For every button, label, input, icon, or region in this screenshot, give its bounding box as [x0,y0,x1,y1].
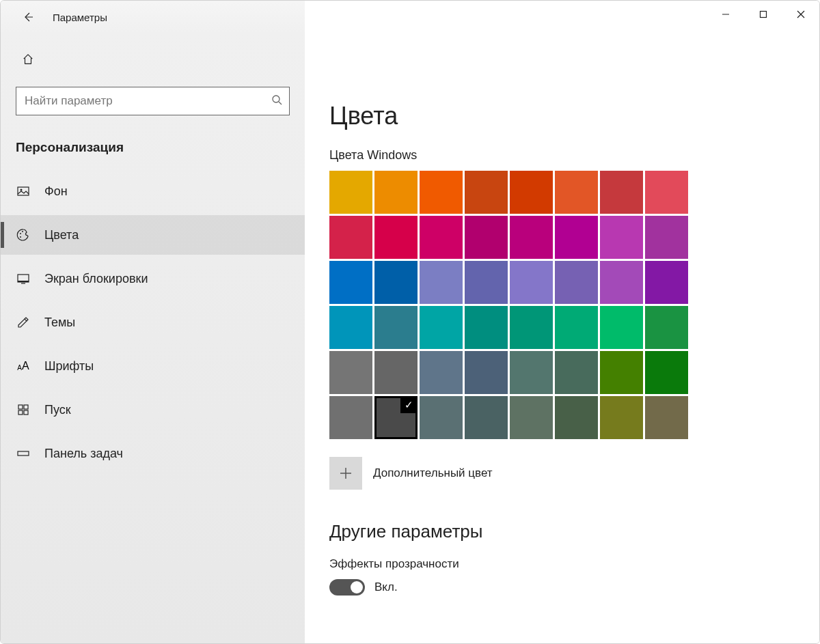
color-swatch[interactable] [645,351,688,394]
custom-color-button[interactable]: Дополнительный цвет [329,457,819,490]
color-swatch[interactable] [465,351,508,394]
color-swatch[interactable] [329,171,372,214]
check-icon: ✓ [405,400,413,410]
color-swatch[interactable] [645,216,688,259]
page-title: Цвета [329,102,819,130]
svg-rect-12 [18,281,29,282]
color-swatch[interactable] [465,216,508,259]
color-swatch[interactable] [645,396,688,439]
color-swatch[interactable] [510,306,553,349]
color-swatch[interactable] [374,261,418,304]
color-swatch[interactable] [374,351,418,394]
start-icon [16,402,31,417]
color-swatch[interactable] [420,351,463,394]
titlebar: Параметры [1,1,819,33]
color-swatch[interactable] [329,351,372,394]
color-swatch[interactable] [600,216,643,259]
svg-point-9 [22,231,23,232]
color-grid: ✓ [329,171,688,439]
home-button[interactable] [16,47,40,72]
color-swatch[interactable] [555,216,598,259]
sidebar-item-label: Фон [44,184,68,199]
color-swatch[interactable] [510,171,553,214]
window-title: Параметры [53,12,107,23]
color-swatch[interactable] [600,351,643,394]
taskbar-icon [16,446,31,461]
sidebar-item-taskbar[interactable]: Панель задач [1,434,305,473]
color-swatch[interactable] [600,171,643,214]
color-swatch[interactable] [555,306,598,349]
color-swatch[interactable] [465,171,508,214]
sidebar-item-label: Темы [44,316,75,330]
image-icon [16,184,31,199]
color-swatch[interactable] [510,351,553,394]
svg-point-8 [20,233,21,234]
maximize-button[interactable] [744,1,782,28]
svg-rect-16 [18,410,23,415]
custom-color-label: Дополнительный цвет [373,466,493,480]
windows-colors-label: Цвета Windows [329,148,819,163]
sidebar-item-image[interactable]: Фон [1,171,305,211]
sidebar: Персонализация ФонЦветаЭкран блокировкиТ… [1,33,305,643]
search-box[interactable] [16,87,290,115]
color-swatch[interactable] [374,306,418,349]
sidebar-item-lock-screen[interactable]: Экран блокировки [1,259,305,298]
color-swatch[interactable] [329,261,372,304]
minimize-button[interactable] [707,1,744,28]
color-swatch[interactable] [420,261,463,304]
svg-rect-18 [18,451,29,456]
color-swatch[interactable] [555,171,598,214]
color-swatch[interactable] [510,396,553,439]
svg-point-10 [20,236,21,238]
color-swatch[interactable] [510,261,553,304]
color-swatch[interactable] [420,171,463,214]
plus-icon [329,457,362,490]
color-swatch[interactable]: ✓ [374,396,418,439]
transparency-label: Эффекты прозрачности [329,557,819,571]
color-swatch[interactable] [420,396,463,439]
color-swatch[interactable] [645,306,688,349]
content-area: Цвета Цвета Windows ✓ Дополнительный цве… [305,33,819,643]
sidebar-item-label: Пуск [44,403,71,417]
svg-rect-6 [18,187,29,195]
sidebar-item-palette[interactable]: Цвета [1,215,305,255]
color-swatch[interactable] [555,396,598,439]
color-swatch[interactable] [600,261,643,304]
svg-rect-15 [24,405,28,409]
sidebar-item-themes[interactable]: Темы [1,303,305,342]
svg-point-4 [273,96,279,102]
back-button[interactable] [16,5,40,29]
sidebar-item-label: Экран блокировки [44,272,148,286]
color-swatch[interactable] [555,351,598,394]
sidebar-item-start[interactable]: Пуск [1,390,305,430]
color-swatch[interactable] [374,171,418,214]
fonts-icon: AA [16,359,31,374]
color-swatch[interactable] [600,306,643,349]
color-swatch[interactable] [645,261,688,304]
color-swatch[interactable] [420,216,463,259]
color-swatch[interactable] [329,306,372,349]
sidebar-item-fonts[interactable]: AAШрифты [1,346,305,386]
svg-point-7 [20,189,23,191]
color-swatch[interactable] [420,306,463,349]
sidebar-item-label: Панель задач [44,447,123,461]
search-input[interactable] [25,94,271,108]
svg-rect-17 [24,410,28,415]
color-swatch[interactable] [329,216,372,259]
themes-icon [16,315,31,330]
color-swatch[interactable] [555,261,598,304]
lock-screen-icon [16,271,31,286]
color-swatch[interactable] [465,261,508,304]
color-swatch[interactable] [465,396,508,439]
color-swatch[interactable] [510,216,553,259]
search-icon [271,94,282,108]
color-swatch[interactable] [645,171,688,214]
transparency-toggle[interactable] [329,579,365,596]
color-swatch[interactable] [600,396,643,439]
palette-icon [16,227,31,242]
color-swatch[interactable] [329,396,372,439]
color-swatch[interactable] [465,306,508,349]
color-swatch[interactable] [374,216,418,259]
transparency-state: Вкл. [374,580,398,594]
close-button[interactable] [782,1,819,28]
